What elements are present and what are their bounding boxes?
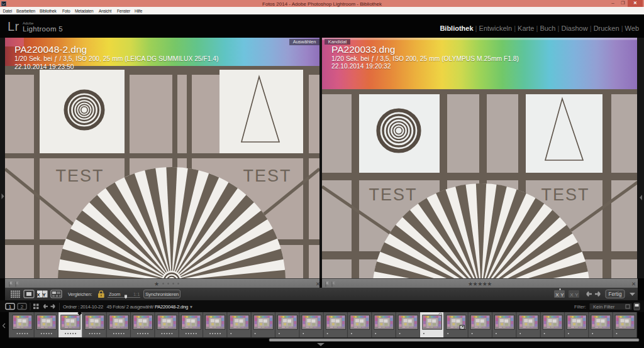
svg-text:Vergleichen:: Vergleichen: <box>68 291 92 297</box>
svg-text:Ordner : 2014-10-22 45 Fotos: Ordner : 2014-10-22 45 Fotos/ 2 ausgewäh… <box>63 304 193 310</box>
svg-text:TEST: TEST <box>55 166 104 185</box>
svg-text:Synchronisieren: Synchronisieren <box>145 291 179 297</box>
svg-text:TEST: TEST <box>369 185 417 204</box>
svg-text:★★★★★: ★★★★★ <box>468 281 492 287</box>
svg-text:Kein Filter: Kein Filter <box>593 304 615 310</box>
svg-text:TEST: TEST <box>541 185 589 204</box>
svg-text:Y: Y <box>42 292 46 298</box>
svg-text:1: 1 <box>9 304 12 310</box>
svg-text:Y: Y <box>560 292 564 298</box>
svg-text:TEST: TEST <box>243 166 291 185</box>
svg-text:Fertig: Fertig <box>609 291 622 297</box>
svg-text:✕: ✕ <box>631 281 636 287</box>
svg-text:★: ★ <box>154 281 159 287</box>
svg-text:X: X <box>570 292 574 298</box>
svg-text:X: X <box>36 292 40 298</box>
svg-text:X: X <box>555 292 559 298</box>
svg-text:Zoom: Zoom <box>109 291 120 297</box>
svg-text:1:1: 1:1 <box>133 291 140 297</box>
svg-text:Y: Y <box>575 292 579 298</box>
svg-text:2: 2 <box>21 304 24 310</box>
svg-text:Filter:: Filter: <box>574 304 586 310</box>
svg-text:✕: ✕ <box>316 281 319 287</box>
